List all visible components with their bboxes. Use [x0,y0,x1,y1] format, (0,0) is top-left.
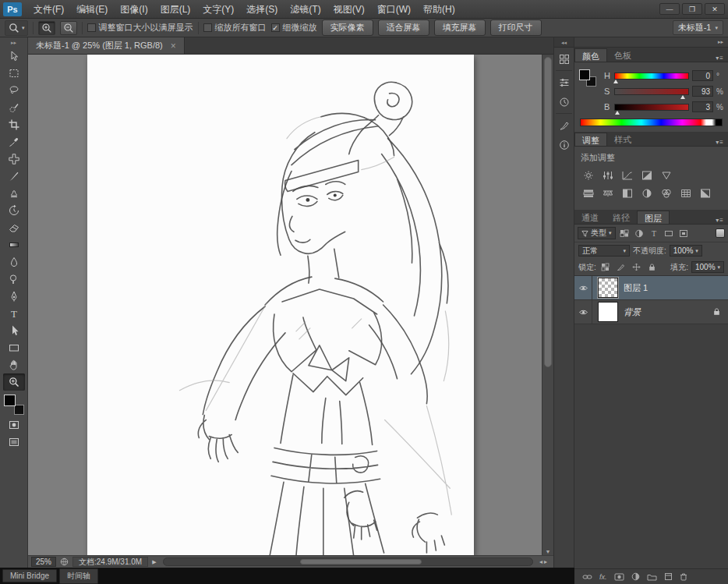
marquee-tool-button[interactable] [3,65,25,82]
vertical-scrollbar-thumb[interactable] [544,57,552,367]
mini-bridge-button[interactable]: Mini Bridge [2,569,57,582]
new-adjustment-layer-button[interactable] [631,570,640,584]
tab-color[interactable]: 颜色 [574,48,607,62]
layer-name[interactable]: 背景 [624,306,641,318]
menu-edit[interactable]: 编辑(E) [70,0,114,19]
invert-button[interactable] [698,187,712,200]
blur-tool-button[interactable] [3,253,25,271]
zoom-level-field[interactable]: 25% [31,557,56,567]
dock-collapse-button[interactable]: ▸▸ [574,37,728,48]
curves-button[interactable] [620,169,634,182]
eraser-tool-button[interactable] [3,219,25,236]
resize-windows-checkbox[interactable]: 调整窗口大小以满屏显示 [87,22,193,34]
color-lookup-button[interactable] [678,187,693,200]
status-flyout-arrow-icon[interactable]: ▶ [152,559,156,565]
spot-healing-tool-button[interactable] [3,150,25,168]
quick-mask-button[interactable] [3,416,25,434]
gradient-tool-button[interactable] [3,236,25,253]
lock-position-icon[interactable] [631,262,643,273]
color-spectrum-ramp[interactable] [580,119,723,126]
vertical-scrollbar[interactable]: ▼ [542,55,553,555]
filter-adjustment-layers-icon[interactable] [633,228,645,239]
link-layers-button[interactable] [582,570,592,584]
foreground-color-swatch[interactable] [4,395,16,406]
lock-all-icon[interactable] [646,262,659,273]
canvas[interactable] [87,55,474,555]
toolbar-collapse-button[interactable]: ▸▸ [0,37,27,48]
layer-row-layer1[interactable]: 图层 1 [574,276,728,300]
black-white-button[interactable] [620,187,634,200]
pen-tool-button[interactable] [3,288,25,305]
panel-icon-history[interactable] [556,94,572,110]
channel-mixer-button[interactable] [659,187,673,200]
menu-file[interactable]: 文件(F) [27,0,70,19]
lasso-tool-button[interactable] [3,82,25,99]
dodge-tool-button[interactable] [3,271,25,288]
tab-adjustments[interactable]: 调整 [574,133,607,146]
menu-view[interactable]: 视图(V) [327,0,371,19]
saturation-slider[interactable] [614,88,689,95]
hue-slider[interactable] [614,73,689,80]
layer-row-background[interactable]: 背景 [574,300,728,324]
workspace-switcher[interactable]: 未标题-1 ▾ [673,20,723,35]
panel-icon-properties[interactable] [556,74,572,90]
path-selection-tool-button[interactable] [3,322,25,339]
scroll-down-arrow-icon[interactable]: ▼ [542,549,553,554]
blend-mode-dropdown[interactable]: 正常 ▾ [578,245,630,257]
hand-tool-button[interactable] [3,356,25,373]
saturation-value-field[interactable]: 93 [692,86,713,97]
filter-kind-dropdown[interactable]: 类型 ▾ [578,227,616,239]
brightness-slider[interactable] [614,104,689,111]
layer-name[interactable]: 图层 1 [624,282,648,294]
maximize-button[interactable]: ❐ [682,3,702,15]
menu-image[interactable]: 图像(I) [114,0,154,19]
fit-screen-button[interactable]: 适合屏幕 [378,19,429,36]
menu-layer[interactable]: 图层(L) [154,0,197,19]
close-button[interactable]: ✕ [705,3,725,15]
scrubby-zoom-checkbox[interactable]: ✓ 细微缩放 [271,22,317,34]
fill-dropdown[interactable]: 100% ▾ [691,261,724,273]
fill-screen-button[interactable]: 填充屏幕 [434,19,486,36]
levels-button[interactable] [600,169,615,182]
screen-mode-button[interactable] [3,434,25,451]
exposure-button[interactable] [639,169,654,182]
lock-pixels-icon[interactable] [615,262,627,273]
filtering-on-toggle[interactable] [716,228,725,238]
filter-shape-layers-icon[interactable] [663,228,675,239]
menu-type[interactable]: 文字(Y) [196,0,240,19]
minimize-button[interactable]: — [659,3,680,15]
brush-tool-button[interactable] [3,168,25,185]
visibility-toggle[interactable] [574,276,592,299]
color-panel-swatches[interactable] [579,68,599,91]
clone-stamp-tool-button[interactable] [3,185,25,202]
eyedropper-tool-button[interactable] [3,133,25,150]
tab-close-icon[interactable]: × [171,41,176,51]
actual-pixels-button[interactable]: 实际像素 [322,19,373,36]
new-layer-button[interactable] [664,570,673,584]
hue-value-field[interactable]: 0 [692,70,713,81]
lock-transparency-icon[interactable] [599,262,612,273]
scroll-left-right-arrows[interactable]: ◂▸ [539,558,549,565]
tab-styles[interactable]: 样式 [607,133,638,146]
zoom-out-button[interactable] [60,21,77,35]
shape-tool-button[interactable] [3,339,25,356]
current-tool-badge[interactable]: ▾ [5,20,28,36]
print-size-button[interactable]: 打印尺寸 [490,19,542,36]
history-brush-tool-button[interactable] [3,202,25,219]
zoom-tool-button[interactable] [3,373,25,391]
add-mask-button[interactable] [614,570,624,584]
new-group-button[interactable] [647,570,657,584]
timeline-button[interactable]: 时间轴 [59,568,98,584]
menu-filter[interactable]: 滤镜(T) [284,0,327,19]
dock-expand-button[interactable]: ◂◂ [554,37,574,48]
filter-pixel-layers-icon[interactable] [618,228,631,239]
foreground-color-swatch[interactable] [579,69,590,80]
filter-type-layers-icon[interactable]: T [648,228,660,239]
panel-icon-grid[interactable] [556,51,572,67]
panel-menu-icon[interactable]: ▾≡ [716,55,724,62]
delete-layer-button[interactable] [680,570,687,584]
layer-thumbnail[interactable] [598,302,618,322]
slider-marker[interactable] [615,111,620,115]
move-tool-button[interactable] [3,48,25,65]
vibrance-button[interactable] [659,169,673,182]
